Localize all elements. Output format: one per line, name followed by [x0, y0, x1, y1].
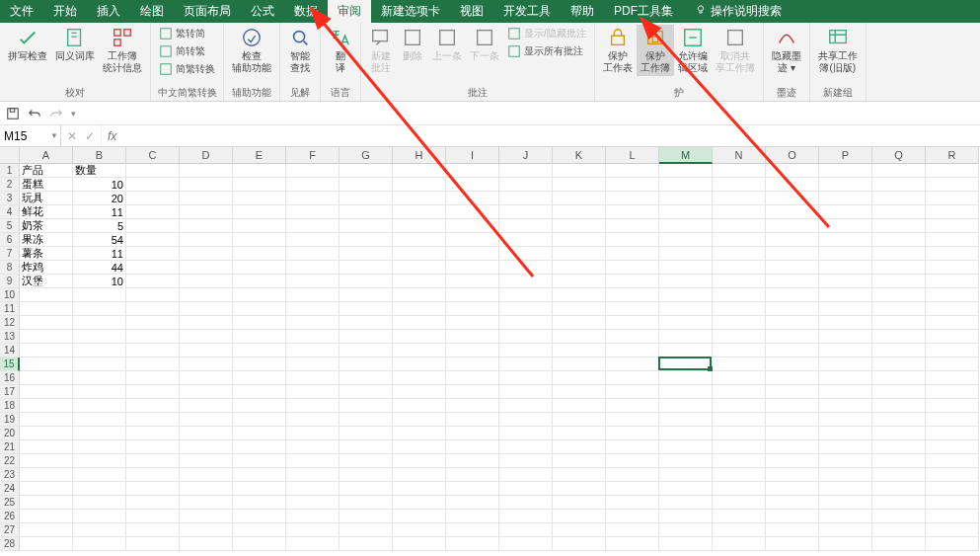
cell[interactable]	[713, 413, 766, 427]
cell[interactable]	[926, 233, 979, 247]
cell[interactable]	[713, 523, 766, 537]
col-header[interactable]: H	[393, 147, 446, 164]
cell[interactable]	[339, 510, 393, 523]
cell[interactable]	[926, 427, 979, 440]
cell[interactable]	[926, 371, 979, 385]
cell[interactable]	[126, 344, 180, 357]
cell[interactable]	[126, 316, 180, 330]
cell[interactable]	[126, 261, 180, 275]
cell[interactable]	[339, 440, 393, 454]
cell[interactable]	[233, 523, 286, 537]
row-header[interactable]: 8	[0, 261, 20, 275]
cell[interactable]	[926, 496, 979, 510]
cell[interactable]	[393, 510, 446, 523]
cell[interactable]	[606, 537, 659, 551]
cell[interactable]	[446, 205, 499, 219]
col-header[interactable]: J	[499, 147, 553, 164]
cell[interactable]	[926, 357, 979, 371]
cell[interactable]	[446, 233, 499, 247]
cell[interactable]	[872, 427, 926, 440]
save-icon[interactable]	[6, 107, 20, 120]
cell[interactable]	[180, 385, 233, 399]
cell[interactable]	[233, 468, 286, 482]
cell[interactable]	[819, 468, 872, 482]
cell[interactable]	[393, 205, 446, 219]
cell[interactable]	[659, 302, 713, 316]
cell[interactable]	[20, 454, 73, 468]
cell[interactable]	[286, 302, 339, 316]
select-all-corner[interactable]	[0, 147, 20, 164]
cell[interactable]	[713, 261, 766, 275]
cell[interactable]	[766, 371, 819, 385]
cell[interactable]	[499, 330, 553, 344]
cell[interactable]	[20, 330, 73, 344]
cell[interactable]	[553, 496, 606, 510]
cell[interactable]	[180, 399, 233, 413]
cell[interactable]	[713, 288, 766, 302]
cell[interactable]	[286, 205, 339, 219]
menu-tab-3[interactable]: 绘图	[130, 0, 174, 23]
cell[interactable]	[713, 164, 766, 178]
cell[interactable]	[286, 261, 339, 275]
cell[interactable]	[446, 219, 499, 233]
cell[interactable]	[872, 178, 926, 192]
cell[interactable]	[339, 427, 393, 440]
cell[interactable]	[286, 344, 339, 357]
cell[interactable]	[499, 164, 553, 178]
cell[interactable]	[126, 523, 180, 537]
cell[interactable]	[339, 357, 393, 371]
cell[interactable]	[126, 399, 180, 413]
cell[interactable]	[20, 413, 73, 427]
cell[interactable]	[180, 288, 233, 302]
cell[interactable]	[126, 496, 180, 510]
cell[interactable]	[126, 219, 180, 233]
menu-tab-8[interactable]: 新建选项卡	[371, 0, 450, 23]
redo-icon[interactable]	[49, 107, 63, 120]
cell[interactable]: 54	[73, 233, 126, 247]
cell[interactable]	[766, 247, 819, 261]
row-header[interactable]: 6	[0, 233, 20, 247]
cell[interactable]	[393, 330, 446, 344]
cell[interactable]	[233, 247, 286, 261]
cell[interactable]	[659, 482, 713, 496]
cell[interactable]	[926, 302, 979, 316]
row-header[interactable]: 23	[0, 468, 20, 482]
cell[interactable]	[393, 233, 446, 247]
cell[interactable]	[499, 454, 553, 468]
cell[interactable]	[819, 344, 872, 357]
cell[interactable]	[606, 523, 659, 537]
cell[interactable]	[286, 482, 339, 496]
cell[interactable]	[180, 496, 233, 510]
menu-tab-12[interactable]: PDF工具集	[604, 0, 683, 23]
cell[interactable]: 11	[73, 247, 126, 261]
cell[interactable]	[180, 247, 233, 261]
cell[interactable]	[339, 233, 393, 247]
cell[interactable]	[872, 288, 926, 302]
cell[interactable]	[606, 205, 659, 219]
cell[interactable]: 奶茶	[20, 219, 73, 233]
cell[interactable]	[126, 440, 180, 454]
cell[interactable]	[180, 482, 233, 496]
cell[interactable]	[499, 523, 553, 537]
cell[interactable]	[819, 192, 872, 205]
formula-input[interactable]	[122, 125, 980, 146]
ribbon-btn[interactable]: 同义词库	[51, 25, 99, 64]
cell[interactable]	[126, 537, 180, 551]
cell[interactable]	[766, 178, 819, 192]
cell[interactable]	[713, 454, 766, 468]
ribbon-btn[interactable]: 检查辅助功能	[228, 25, 275, 76]
cell[interactable]	[20, 523, 73, 537]
enter-icon[interactable]: ✓	[85, 129, 95, 143]
cell[interactable]	[126, 247, 180, 261]
cell[interactable]	[713, 219, 766, 233]
ribbon-btn[interactable]: 共享工作簿(旧版)	[814, 25, 862, 76]
cell[interactable]	[499, 205, 553, 219]
cell[interactable]	[286, 192, 339, 205]
cell[interactable]	[499, 399, 553, 413]
cell[interactable]	[499, 288, 553, 302]
cell[interactable]	[339, 316, 393, 330]
cell[interactable]	[872, 247, 926, 261]
cell[interactable]	[659, 357, 713, 371]
cell[interactable]: 数量	[73, 164, 126, 178]
col-header[interactable]: P	[819, 147, 872, 164]
